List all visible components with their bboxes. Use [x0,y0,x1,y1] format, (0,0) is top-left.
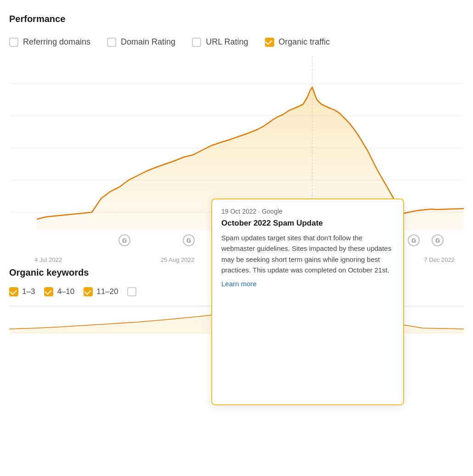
checkbox-domain-rating[interactable]: Domain Rating [107,37,175,47]
tooltip-popup: 19 Oct 2022 · Google October 2022 Spam U… [211,198,404,405]
checkbox-label-organic-traffic: Organic traffic [279,37,330,47]
checkbox-referring-domains[interactable]: Referring domains [9,37,90,47]
kw-filter-1-3[interactable]: 1–3 [9,287,35,296]
checkbox-label-url-rating: URL Rating [206,37,248,47]
checkbox-box-url-rating[interactable] [192,38,201,47]
g-marker-7[interactable]: G [432,234,444,246]
kw-filter-4-10[interactable]: 4–10 [44,287,74,296]
checkbox-label-referring-domains: Referring domains [23,37,90,47]
kw-filter-11-20[interactable]: 11–20 [84,287,118,296]
x-label-4: 7 Dec 2022 [424,256,455,263]
x-label-1: 4 Jul 2022 [34,256,62,263]
checkbox-box-referring-domains[interactable] [9,38,18,47]
checkbox-label-domain-rating: Domain Rating [121,37,175,47]
checkbox-url-rating[interactable]: URL Rating [192,37,248,47]
kw-checkbox-4-10[interactable] [44,287,53,296]
page-title: Performance [9,14,464,24]
kw-checkbox-extra[interactable] [127,287,136,296]
chart-area: 4 Jul 2022 25 Aug 2022 16 Oct 2022 7 Dec… [9,56,464,254]
filter-checkboxes-row: Referring domains Domain Rating URL Rati… [9,37,464,47]
checkbox-box-organic-traffic[interactable] [265,38,274,47]
kw-checkbox-11-20[interactable] [84,287,93,296]
checkbox-box-domain-rating[interactable] [107,38,116,47]
checkbox-organic-traffic[interactable]: Organic traffic [265,37,330,47]
tooltip-body: Spam updates target sites that don't fol… [221,232,394,275]
tooltip-date: 19 Oct 2022 · Google [221,208,394,215]
g-marker-2[interactable]: G [183,234,195,246]
g-marker-1[interactable]: G [118,234,130,246]
kw-label-4-10: 4–10 [57,287,74,296]
kw-label-11-20: 11–20 [96,287,118,296]
g-marker-6[interactable]: G [408,234,420,246]
kw-filter-extra[interactable] [127,287,140,296]
learn-more-link[interactable]: Learn more [221,280,257,288]
x-label-2: 25 Aug 2022 [161,256,194,263]
tooltip-title: October 2022 Spam Update [221,219,394,228]
kw-label-1-3: 1–3 [22,287,35,296]
chart-wrapper: 4 Jul 2022 25 Aug 2022 16 Oct 2022 7 Dec… [9,56,464,254]
kw-checkbox-1-3[interactable] [9,287,18,296]
